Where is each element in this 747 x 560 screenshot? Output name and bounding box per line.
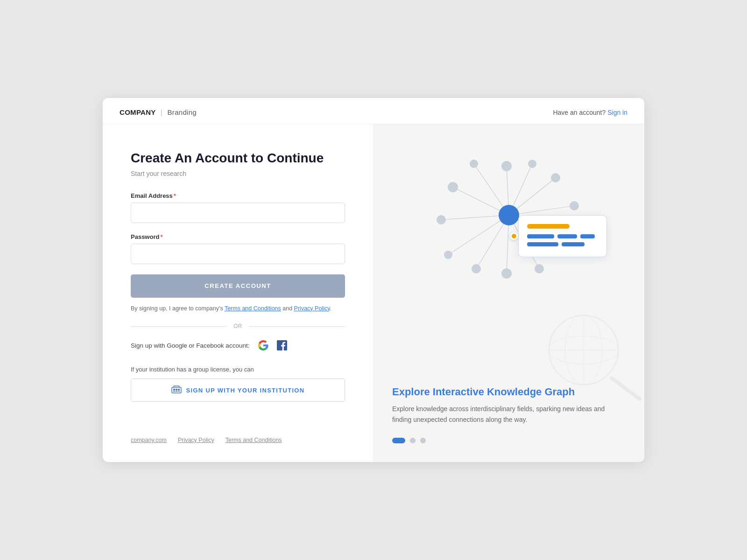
carousel-dots <box>392 438 626 443</box>
form-subtitle: Start your research <box>131 170 345 177</box>
sign-in-link[interactable]: Sign in <box>607 109 627 116</box>
svg-point-19 <box>499 205 519 225</box>
info-card <box>518 215 607 257</box>
footer-link-privacy[interactable]: Privacy Policy <box>178 437 214 443</box>
have-account-text: Have an account? <box>553 109 606 116</box>
social-label: Sign up with Google or Facebook account: <box>131 342 249 349</box>
password-input[interactable] <box>131 244 345 264</box>
right-panel: Explore Interactive Knowledge Graph Expl… <box>374 124 644 462</box>
divider-line-left <box>131 326 227 327</box>
info-card-bar <box>527 224 570 229</box>
brand-separator: | <box>161 108 165 116</box>
svg-rect-2 <box>176 389 177 390</box>
email-input[interactable] <box>131 203 345 223</box>
magnifier-illustration <box>542 308 644 406</box>
terms-link[interactable]: Terms and Conditions <box>225 305 281 312</box>
create-account-button[interactable]: CREATE ACCOUNT <box>131 274 345 298</box>
info-card-row-1 <box>527 234 598 238</box>
terms-text: By signing up, I agree to company's Term… <box>131 304 345 313</box>
carousel-dot-3[interactable] <box>420 438 426 443</box>
svg-point-28 <box>444 251 452 259</box>
svg-line-37 <box>612 378 640 399</box>
header-signin-area: Have an account? Sign in <box>553 109 627 116</box>
or-divider: OR <box>131 323 345 329</box>
brand-logo: COMPANY | Branding <box>120 108 197 116</box>
footer-link-company[interactable]: company.com <box>131 437 167 443</box>
institution-text: If your institution has a group license,… <box>131 366 345 373</box>
info-card-seg-2 <box>557 234 578 238</box>
svg-point-30 <box>448 182 458 192</box>
facebook-icon[interactable] <box>275 338 289 353</box>
svg-rect-4 <box>173 391 175 392</box>
brand-sub: Branding <box>168 108 197 116</box>
footer: company.com Privacy Policy Terms and Con… <box>131 418 345 443</box>
header: COMPANY | Branding Have an account? Sign… <box>103 98 644 124</box>
institution-button[interactable]: SIGN UP WITH YOUR INSTITUTION <box>131 378 345 402</box>
social-row: Sign up with Google or Facebook account: <box>131 338 345 353</box>
carousel-dot-1[interactable] <box>392 438 405 443</box>
svg-point-26 <box>501 268 512 279</box>
svg-point-25 <box>535 264 544 273</box>
info-card-seg-4 <box>527 242 558 246</box>
password-label: Password* <box>131 233 345 240</box>
main-split: Create An Account to Continue Start your… <box>103 124 644 462</box>
svg-rect-6 <box>178 391 180 392</box>
svg-line-15 <box>448 215 509 255</box>
footer-link-terms[interactable]: Terms and Conditions <box>226 437 282 443</box>
svg-rect-5 <box>176 391 177 392</box>
google-icon[interactable] <box>256 338 271 353</box>
info-card-seg-5 <box>562 242 585 246</box>
svg-point-22 <box>551 173 560 182</box>
email-label: Email Address* <box>131 192 345 199</box>
institution-icon <box>171 385 182 396</box>
left-panel: Create An Account to Continue Start your… <box>103 124 374 462</box>
svg-point-31 <box>470 160 478 168</box>
svg-rect-1 <box>173 389 175 390</box>
privacy-link[interactable]: Privacy Policy <box>294 305 330 312</box>
main-card: COMPANY | Branding Have an account? Sign… <box>103 98 644 462</box>
feature-desc: Explore knowledge across interdisciplina… <box>392 404 607 425</box>
info-card-seg-1 <box>527 234 554 238</box>
svg-point-21 <box>528 160 536 168</box>
or-label: OR <box>233 323 242 329</box>
divider-line-right <box>249 326 345 327</box>
social-icons <box>256 338 289 353</box>
info-card-row-2 <box>527 242 598 246</box>
brand-name: COMPANY <box>120 108 155 116</box>
svg-point-23 <box>570 201 579 210</box>
info-card-seg-3 <box>580 234 594 238</box>
svg-point-20 <box>501 161 512 171</box>
form-title: Create An Account to Continue <box>131 150 345 166</box>
institution-btn-label: SIGN UP WITH YOUR INSTITUTION <box>186 387 305 394</box>
svg-rect-3 <box>178 389 180 390</box>
carousel-dot-2[interactable] <box>410 438 416 443</box>
svg-point-29 <box>437 215 446 224</box>
svg-point-27 <box>472 264 481 273</box>
